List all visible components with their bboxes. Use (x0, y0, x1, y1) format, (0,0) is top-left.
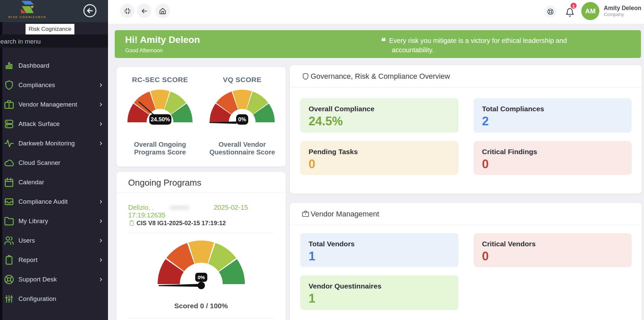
svg-text:RISK COGNIZANCE: RISK COGNIZANCE (8, 15, 46, 19)
